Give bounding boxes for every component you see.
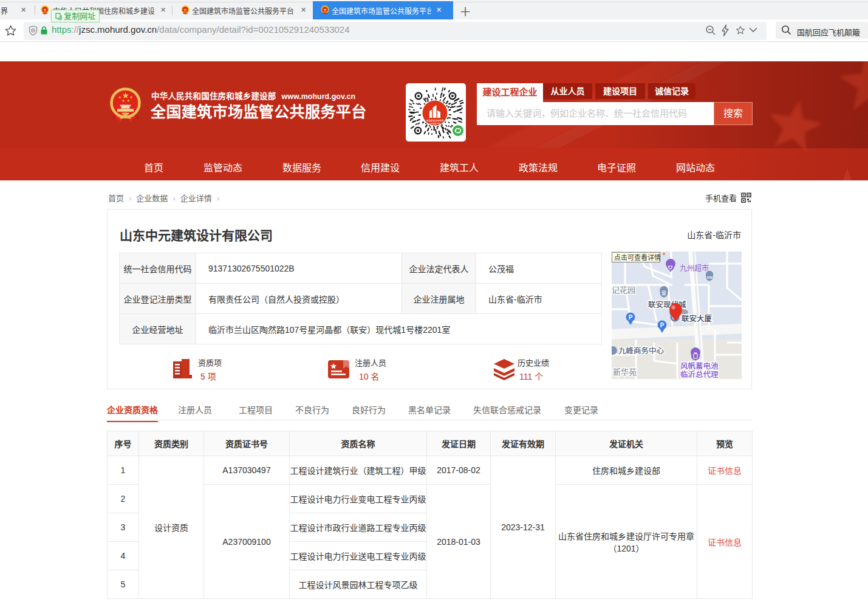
svg-text:P: P	[660, 322, 665, 329]
svg-text:P: P	[629, 314, 633, 321]
svg-text:风帆蓄电池: 风帆蓄电池	[680, 361, 719, 371]
svg-text:全国建筑市场监管: 全国建筑市场监管	[426, 119, 444, 122]
svg-text:新华苑: 新华苑	[613, 367, 637, 377]
svg-text:九州超市: 九州超市	[680, 264, 709, 273]
svg-text:临沂总代理: 临沂总代理	[680, 371, 719, 379]
svg-text:公共服务平台: 公共服务平台	[429, 122, 440, 125]
svg-text:记花园: 记花园	[612, 285, 635, 295]
svg-text:ATM: ATM	[706, 276, 713, 279]
svg-text:点击可查看详情: 点击可查看详情	[614, 253, 661, 261]
svg-text:联安大厦: 联安大厦	[682, 314, 712, 323]
svg-text:九峰商务中心: 九峰商务中心	[618, 346, 665, 355]
